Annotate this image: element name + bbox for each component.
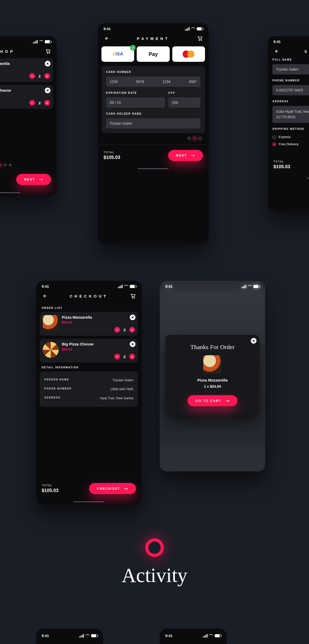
product-thumb (43, 342, 59, 358)
next-button[interactable]: NEXT (168, 150, 203, 161)
product-name: Big Pizza Cheese (0, 88, 50, 92)
remove-button[interactable]: ✕ (45, 88, 50, 93)
back-button[interactable] (104, 36, 109, 41)
cart-icon[interactable] (45, 48, 51, 54)
svg-point-2 (199, 40, 200, 41)
status-bar: 9:41 (268, 36, 309, 45)
status-bar: 9:41 (36, 281, 142, 290)
activity-ring-icon (145, 538, 164, 557)
order-list-label: ORDER LIST (42, 307, 136, 309)
home-indicator (73, 501, 104, 502)
person-name-value: Trystan Galen (113, 378, 133, 382)
back-button[interactable] (273, 48, 279, 54)
total-value: $105.03 (104, 155, 120, 160)
full-name-input[interactable]: Trystan Galen (272, 64, 309, 74)
qty-value: 2 (124, 354, 126, 359)
back-button[interactable] (42, 293, 47, 299)
detail-info-label: DETAIL INFORMATION (42, 366, 136, 369)
signal-icon (185, 27, 190, 31)
holder-input[interactable]: Trystan Galen (106, 118, 200, 129)
remove-button[interactable]: ✕ (130, 341, 135, 347)
cart-icon[interactable] (197, 36, 203, 41)
svg-point-0 (47, 53, 48, 54)
status-time: 9:41 (42, 284, 49, 289)
address-input[interactable]: 4184 Hyatt Trail, New Sarina, C 21779-39… (272, 106, 309, 123)
qty-minus-button[interactable]: − (114, 327, 120, 333)
phone-input[interactable]: 9-(001)757-8403 (272, 85, 309, 95)
cart-icon[interactable] (130, 293, 136, 299)
remove-button[interactable]: ✕ (45, 61, 50, 66)
dot-2[interactable] (4, 164, 6, 166)
method-visa[interactable]: VISA ✓ (101, 46, 134, 62)
dot-3[interactable] (9, 164, 11, 166)
svg-point-3 (201, 40, 202, 41)
go-to-cart-button[interactable]: GO TO CART (187, 395, 237, 406)
status-time: 9:41 (165, 634, 173, 638)
page-title: SHIPPING (304, 49, 309, 54)
card-number-label: CARD NUMBER (106, 71, 200, 73)
ship-option-express[interactable]: Express (272, 133, 309, 141)
checkout-screen: 9:41 CHECKOUT ORDER LIST Pizza Mozzarell… (36, 281, 142, 505)
shop-screen: 9:41 SHOP Pizza Mozzarella $24.04 − 2 + … (0, 36, 57, 196)
page-title: CHECKOUT (70, 294, 108, 298)
signal-icon (118, 285, 123, 288)
next-label: NEXT (176, 154, 187, 157)
thanks-line: 1 x $24.04 (171, 384, 254, 388)
activity-title: Activity (122, 564, 187, 587)
home-indicator (0, 192, 21, 193)
thanks-product: Pizza Mozzarella (171, 378, 254, 382)
expiration-input[interactable]: 09 / 19 (106, 97, 165, 108)
dot-2[interactable] (193, 137, 196, 140)
wifi-icon (39, 40, 43, 43)
qty-value: 2 (124, 328, 126, 332)
list-item: Big Pizza Chesse $28.04 − 2 + ✕ (40, 339, 138, 362)
close-button[interactable]: ✕ (251, 338, 256, 344)
dot-1[interactable] (0, 164, 2, 166)
battery-icon (197, 27, 203, 30)
dot-3[interactable] (199, 137, 202, 140)
phone-label: PHONE NUMBER (272, 79, 309, 82)
svg-point-1 (49, 53, 50, 54)
product-price: $28.04 (62, 347, 135, 351)
cn-1: 1234 (110, 80, 118, 84)
product-thumb (203, 355, 222, 374)
method-mastercard[interactable] (172, 46, 205, 62)
qty-plus-button[interactable]: + (129, 354, 135, 359)
total-label: TOTAL (42, 484, 58, 487)
status-time: 9:41 (273, 40, 281, 44)
next-button[interactable]: NEXT (16, 174, 51, 185)
cn-2: 5678 (136, 80, 144, 84)
next-label: NEXT (24, 177, 35, 181)
wifi-icon (248, 285, 252, 288)
remove-button[interactable]: ✕ (130, 315, 135, 320)
payment-screen: 9:41 PAYMENT VISA ✓ Pay CARD NUMBER 1234… (98, 23, 209, 244)
battery-icon (130, 285, 136, 288)
shipping-screen: 9:41 SHIPPING FULL NAME Trystan Galen PH… (268, 36, 309, 211)
qty-minus-button[interactable]: − (29, 73, 35, 79)
holder-label: CARD HOLDER NAME (106, 112, 200, 115)
dot-1[interactable] (187, 137, 191, 140)
status-bar: 9:41 (160, 281, 265, 290)
method-apple-pay[interactable]: Pay (137, 46, 169, 62)
list-item: Pizza Mozzarella $24.04 − 2 + ✕ (40, 312, 138, 336)
qty-plus-button[interactable]: + (129, 327, 135, 333)
qty-minus-button[interactable]: − (114, 354, 120, 359)
total-value: $105.03 (42, 488, 58, 493)
phone-label: PHONE NUMBER (44, 387, 72, 391)
thanks-modal: ✕ Thanks For Order Pizza Mozzarella 1 x … (165, 335, 260, 414)
page-dots (0, 160, 57, 170)
checkout-button[interactable]: CHECKOUT (89, 483, 136, 494)
ship-option-free[interactable]: Free Delivery (272, 141, 309, 148)
activity-section: Activity (122, 538, 187, 587)
product-name: Pizza Mozzarella (0, 61, 50, 66)
peek-phone-right: 9:41 (160, 629, 227, 644)
detail-info-card: PERSON NAMETrystan Galen PHONE NUMBER(38… (40, 371, 138, 407)
product-price: $24.04 (0, 67, 50, 71)
svg-point-6 (132, 298, 133, 298)
page-dots (272, 148, 309, 155)
qty-plus-button[interactable]: + (44, 73, 50, 79)
cvv-input[interactable]: 256 (168, 97, 200, 108)
card-number-input[interactable]: 1234 5678 1234 4567 (106, 77, 200, 87)
qty-minus-button[interactable]: − (29, 100, 35, 106)
qty-plus-button[interactable]: + (44, 100, 50, 106)
